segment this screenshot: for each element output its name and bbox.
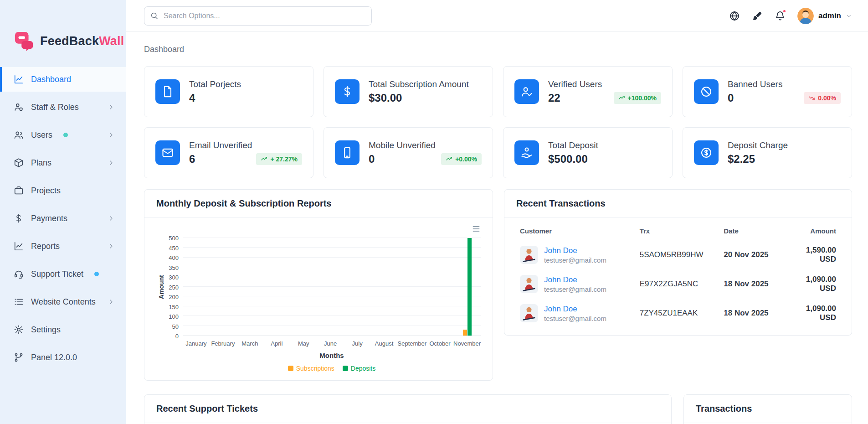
sidebar-item-users[interactable]: Users	[0, 123, 126, 147]
ban-icon	[694, 79, 719, 104]
chevron-right-icon	[108, 103, 115, 111]
chevron-right-icon	[108, 243, 115, 250]
trend-badge: 0.00%	[804, 92, 841, 104]
sidebar-item-reports[interactable]: Reports	[0, 234, 126, 259]
customer-avatar	[520, 246, 538, 264]
file-icon	[155, 79, 180, 104]
chart-line-icon	[14, 241, 24, 251]
y-tick-label: 50	[172, 323, 179, 330]
chart: Amount 050100150200250300350400450500 Ja…	[144, 218, 493, 380]
users-notification-dot	[63, 133, 68, 137]
customer-name-link[interactable]: John Doe	[544, 275, 606, 284]
chart-plot	[183, 238, 481, 336]
bar-deposits-november	[467, 238, 472, 336]
bar-group-november	[454, 238, 481, 336]
customer-name-link[interactable]: John Doe	[544, 246, 606, 255]
sidebar-item-website-contents[interactable]: Website Contents	[0, 290, 126, 314]
chat-bubbles-icon	[14, 31, 35, 52]
sidebar-item-staff-roles[interactable]: Staff & Roles	[0, 95, 126, 119]
legend-marker	[343, 366, 348, 371]
content: Dashboard Total Porjects 4 Total Subscri…	[126, 32, 868, 424]
brush-icon[interactable]	[752, 10, 763, 21]
search-input[interactable]	[144, 6, 372, 26]
list-icon	[14, 297, 24, 307]
bar-group-march	[237, 238, 264, 336]
customer-email: testuser@gmail.com	[544, 285, 606, 293]
bar-group-may	[291, 238, 318, 336]
bar-group-january	[183, 238, 210, 336]
recent-support-tickets-card: Recent Support Tickets	[144, 394, 672, 424]
stat-card-total-subscription: Total Subscription Amount $30.00	[324, 66, 493, 117]
customer-email: testuser@gmail.com	[544, 315, 606, 322]
chart-menu-icon[interactable]	[472, 224, 481, 233]
code-branch-icon	[14, 352, 24, 362]
bar-group-september	[400, 238, 426, 336]
trx-code: 7ZY45ZU1EAAK	[636, 299, 720, 328]
app: FeedBackWall Dashboard Staff & Roles Use…	[0, 0, 868, 424]
legend-marker	[288, 366, 293, 371]
col-trx: Trx	[636, 220, 720, 240]
brand-logo[interactable]: FeedBackWall	[0, 0, 126, 64]
stat-card-total-projects: Total Porjects 4	[144, 66, 313, 117]
hand-deposit-icon	[514, 140, 539, 165]
chart-x-labels: JanuaryFebruaryMarchAprilMayJuneJulyAugu…	[183, 340, 481, 347]
trx-code: E97X2ZGJA5NC	[636, 269, 720, 299]
y-tick-label: 100	[169, 313, 179, 320]
trend-badge: +0.00%	[441, 153, 482, 165]
bell-icon[interactable]	[775, 10, 786, 21]
envelope-icon	[155, 140, 180, 165]
sidebar-item-support-ticket[interactable]: Support Ticket	[0, 262, 126, 286]
headset-icon	[14, 269, 24, 279]
user-menu[interactable]: admin	[797, 8, 852, 24]
x-tick-label: July	[344, 340, 371, 347]
x-tick-label: November	[453, 340, 481, 347]
customer-email: testuser@gmail.com	[544, 256, 606, 264]
transaction-row: John Doe testuser@gmail.com E97X2ZGJA5NC…	[516, 269, 840, 299]
stats-grid: Total Porjects 4 Total Subscription Amou…	[144, 66, 852, 178]
y-tick-label: 400	[169, 254, 179, 261]
bar-group-april	[264, 238, 291, 336]
bar-group-june	[318, 238, 345, 336]
legend-subscriptions[interactable]: Subscriptions	[288, 365, 334, 372]
topbar: admin	[126, 0, 868, 32]
sidebar-item-projects[interactable]: Projects	[0, 178, 126, 203]
sidebar-item-dashboard[interactable]: Dashboard	[0, 67, 126, 92]
customer-avatar	[520, 275, 538, 293]
globe-icon[interactable]	[729, 10, 740, 21]
col-customer: Customer	[516, 220, 636, 240]
trx-amount: 1,590.00 USD	[788, 240, 840, 269]
col-amount: Amount	[788, 220, 840, 240]
chart-y-axis-title: Amount	[156, 238, 166, 336]
sidebar-item-settings[interactable]: Settings	[0, 317, 126, 342]
sidebar-item-payments[interactable]: Payments	[0, 206, 126, 231]
customer-name-link[interactable]: John Doe	[544, 305, 606, 314]
bar-group-august	[372, 238, 399, 336]
chevron-right-icon	[108, 215, 115, 222]
trend-badge: + 27.27%	[256, 153, 302, 165]
chart-y-ticks: 050100150200250300350400450500	[166, 238, 183, 336]
dollar-icon	[335, 79, 360, 104]
users-icon	[14, 130, 24, 140]
transactions-title: Transactions	[684, 395, 852, 423]
stat-card-verified-users: Verified Users 22 +100.00%	[503, 66, 673, 117]
bar-group-october	[426, 238, 453, 336]
search-box	[144, 6, 372, 26]
recent-transactions-table: Customer Trx Date Amount	[516, 220, 840, 328]
chart-card: Monthly Deposit & Subscription Reports A…	[144, 189, 493, 381]
stat-card-total-deposit: Total Deposit $500.00	[503, 127, 673, 178]
chart-line-icon	[14, 74, 24, 84]
stat-card-mobile-unverified: Mobile Unverified 0 +0.00%	[324, 127, 493, 178]
bar-subscriptions-november	[463, 330, 467, 336]
sidebar-item-plans[interactable]: Plans	[0, 150, 126, 175]
sidebar-item-panel-version[interactable]: Panel 12.0.0	[0, 345, 126, 370]
breadcrumb: Dashboard	[144, 45, 852, 54]
dollar-icon	[14, 213, 24, 223]
x-tick-label: June	[317, 340, 344, 347]
legend-deposits[interactable]: Deposits	[343, 365, 375, 372]
y-tick-label: 150	[169, 303, 179, 310]
chart-card-title: Monthly Deposit & Subscription Reports	[144, 190, 493, 218]
trx-amount: 1,090.00 USD	[788, 269, 840, 299]
transaction-row: John Doe testuser@gmail.com 7ZY45ZU1EAAK…	[516, 299, 840, 328]
y-tick-label: 450	[169, 244, 179, 251]
chevron-right-icon	[108, 159, 115, 166]
